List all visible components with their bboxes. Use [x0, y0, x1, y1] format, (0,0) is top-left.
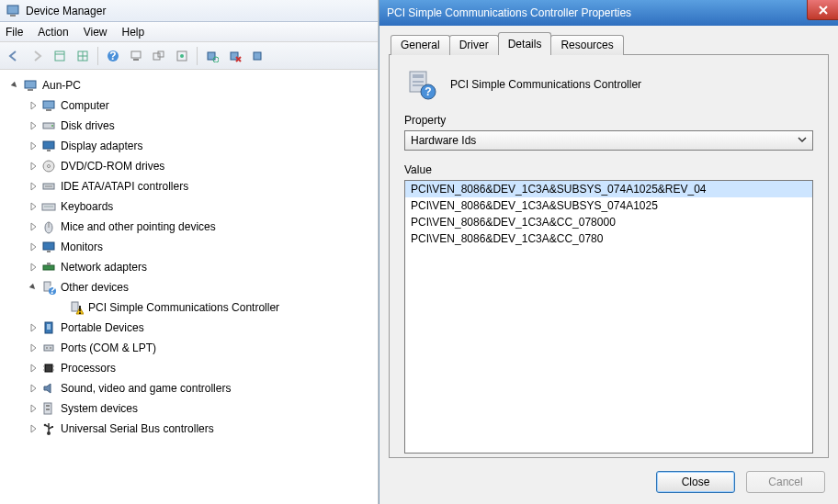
- value-row[interactable]: PCI\VEN_8086&DEV_1C3A&SUBSYS_074A1025&RE…: [405, 181, 812, 197]
- titlebar-close-button[interactable]: [807, 0, 838, 20]
- menu-file[interactable]: File: [6, 26, 23, 39]
- svg-rect-19: [25, 81, 36, 88]
- tree-category[interactable]: Sound, video and game controllers: [4, 378, 374, 398]
- toolbar-button[interactable]: [149, 46, 169, 66]
- tree-category-label: Mice and other pointing devices: [61, 220, 216, 233]
- tree-category[interactable]: Disk drives: [4, 116, 374, 136]
- display-icon: [40, 139, 57, 153]
- tree-category-label: Network adapters: [61, 261, 147, 274]
- tree-category[interactable]: Universal Serial Bus controllers: [4, 419, 374, 439]
- svg-rect-64: [413, 81, 424, 83]
- menu-view[interactable]: View: [84, 26, 108, 39]
- expander-icon[interactable]: [28, 100, 39, 111]
- tree-category[interactable]: Mice and other pointing devices: [4, 217, 374, 237]
- svg-rect-65: [413, 84, 424, 86]
- tree-category[interactable]: Display adapters: [4, 136, 374, 156]
- value-row[interactable]: PCI\VEN_8086&DEV_1C3A&CC_078000: [405, 214, 812, 230]
- svg-point-24: [51, 125, 53, 127]
- menu-help[interactable]: Help: [122, 26, 145, 39]
- tab-details[interactable]: Details: [498, 32, 552, 55]
- tree-category[interactable]: Network adapters: [4, 257, 374, 277]
- svg-rect-25: [43, 141, 54, 149]
- expander-icon[interactable]: [28, 262, 39, 273]
- properties-dialog: PCI Simple Communications Controller Pro…: [379, 0, 838, 504]
- property-dropdown[interactable]: Hardware Ids: [404, 130, 813, 151]
- tree-category[interactable]: Portable Devices: [4, 318, 374, 338]
- svg-rect-1: [10, 15, 16, 17]
- tab-strip: GeneralDriverDetailsResources: [389, 33, 829, 55]
- svg-rect-10: [133, 59, 139, 61]
- expander-icon[interactable]: [28, 120, 39, 131]
- expander-icon[interactable]: [28, 201, 39, 212]
- expander-icon[interactable]: [28, 403, 39, 414]
- tree-device[interactable]: !PCI Simple Communications Controller: [4, 297, 374, 318]
- scan-hardware-button[interactable]: [202, 46, 222, 66]
- value-row[interactable]: PCI\VEN_8086&DEV_1C3A&CC_0780: [405, 230, 812, 247]
- tab-driver[interactable]: Driver: [449, 35, 499, 55]
- tab-general[interactable]: General: [391, 35, 450, 55]
- toolbar-button[interactable]: [172, 46, 192, 66]
- tree-category[interactable]: Ports (COM & LPT): [4, 338, 374, 358]
- expander-icon[interactable]: [9, 80, 20, 91]
- toolbar-button[interactable]: [50, 46, 70, 66]
- forward-button[interactable]: [27, 46, 47, 66]
- close-button[interactable]: Close: [656, 471, 735, 493]
- svg-rect-63: [413, 74, 424, 78]
- svg-rect-46: [47, 324, 51, 330]
- dialog-title: PCI Simple Communications Controller Pro…: [387, 6, 631, 19]
- usb-icon: [40, 421, 57, 436]
- uninstall-button[interactable]: [225, 46, 245, 66]
- computer-icon: [40, 98, 57, 113]
- tree-category[interactable]: Computer: [4, 95, 374, 116]
- chevron-down-icon: [798, 134, 807, 147]
- tree-category[interactable]: Keyboards: [4, 196, 374, 217]
- value-listbox[interactable]: PCI\VEN_8086&DEV_1C3A&SUBSYS_074A1025&RE…: [404, 180, 813, 454]
- tree-category[interactable]: Monitors: [4, 237, 374, 257]
- tree-category-label: System devices: [61, 402, 138, 415]
- toolbar: ?: [0, 42, 378, 70]
- expander-icon[interactable]: [28, 161, 39, 172]
- device-name: PCI Simple Communications Controller: [450, 78, 641, 91]
- tab-resources[interactable]: Resources: [550, 35, 623, 55]
- expander-icon[interactable]: [28, 140, 39, 151]
- value-row[interactable]: PCI\VEN_8086&DEV_1C3A&SUBSYS_074A1025: [405, 197, 812, 214]
- tree-category[interactable]: Processors: [4, 358, 374, 378]
- computer-icon: [22, 78, 39, 93]
- disc-icon: [40, 159, 57, 174]
- devmgr-title: Device Manager: [26, 5, 106, 17]
- expander-icon[interactable]: [28, 241, 39, 252]
- tree-root[interactable]: Aun-PC: [4, 75, 374, 95]
- value-label: Value: [404, 163, 813, 176]
- tree-category[interactable]: IDE ATA/ATAPI controllers: [4, 176, 374, 196]
- expander-icon[interactable]: [28, 221, 39, 232]
- toolbar-button[interactable]: [126, 46, 146, 66]
- device-manager-window: Device Manager File Action View Help ? A…: [0, 0, 379, 504]
- tree-category-label: Monitors: [61, 241, 103, 253]
- tree-category[interactable]: ?Other devices: [4, 277, 374, 297]
- expander-icon[interactable]: [28, 423, 39, 434]
- tree-category-label: IDE ATA/ATAPI controllers: [61, 180, 188, 193]
- monitor-icon: [40, 240, 57, 254]
- expander-icon[interactable]: [28, 282, 39, 293]
- tree-category-label: Portable Devices: [61, 321, 144, 334]
- tree-category-label: Ports (COM & LPT): [61, 342, 156, 354]
- toolbar-button[interactable]: [248, 46, 268, 66]
- toolbar-button[interactable]: [73, 46, 93, 66]
- expander-icon[interactable]: [28, 342, 39, 353]
- tree-category[interactable]: DVD/CD-ROM drives: [4, 156, 374, 176]
- back-button[interactable]: [4, 46, 24, 66]
- menubar: File Action View Help: [0, 22, 378, 42]
- help-button[interactable]: ?: [103, 46, 123, 66]
- dialog-titlebar[interactable]: PCI Simple Communications Controller Pro…: [379, 0, 838, 26]
- keyboard-icon: [40, 199, 57, 214]
- svg-rect-0: [7, 6, 18, 14]
- tree-category[interactable]: System devices: [4, 398, 374, 419]
- expander-icon[interactable]: [28, 322, 39, 333]
- expander-icon[interactable]: [28, 363, 39, 374]
- svg-rect-22: [46, 109, 51, 111]
- device-tree[interactable]: Aun-PCComputerDisk drivesDisplay adapter…: [0, 70, 378, 504]
- expander-icon[interactable]: [28, 383, 39, 394]
- menu-action[interactable]: Action: [38, 26, 68, 39]
- svg-text:?: ?: [425, 85, 431, 98]
- expander-icon[interactable]: [28, 181, 39, 192]
